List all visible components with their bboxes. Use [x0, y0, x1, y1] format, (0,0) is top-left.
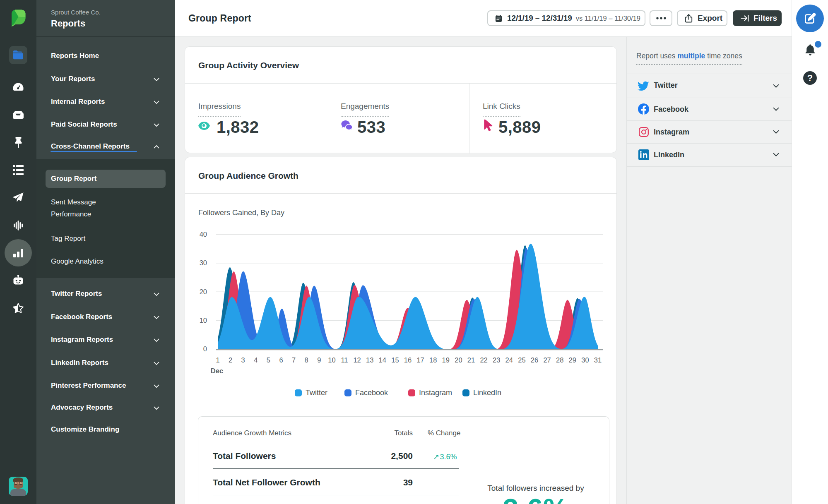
svg-text:16: 16 — [404, 356, 412, 364]
svg-text:19: 19 — [442, 356, 450, 364]
svg-text:15: 15 — [391, 356, 399, 364]
svg-text:17: 17 — [416, 356, 424, 364]
svg-text:29: 29 — [569, 356, 576, 364]
svg-text:30: 30 — [200, 259, 207, 266]
svg-text:14: 14 — [379, 356, 386, 364]
svg-text:20: 20 — [200, 288, 207, 295]
svg-text:Dec: Dec — [211, 367, 223, 374]
svg-text:3: 3 — [241, 356, 245, 364]
svg-text:5: 5 — [267, 356, 270, 364]
svg-text:10: 10 — [328, 356, 335, 364]
svg-text:25: 25 — [518, 356, 525, 364]
svg-text:26: 26 — [531, 356, 538, 364]
svg-text:27: 27 — [543, 356, 551, 364]
svg-text:30: 30 — [581, 356, 589, 364]
svg-text:2: 2 — [229, 356, 232, 364]
svg-text:24: 24 — [505, 356, 513, 364]
svg-text:8: 8 — [305, 356, 308, 364]
svg-text:1: 1 — [216, 356, 219, 364]
svg-text:10: 10 — [200, 317, 207, 324]
svg-text:6: 6 — [279, 356, 283, 364]
svg-text:40: 40 — [200, 230, 207, 238]
svg-text:31: 31 — [594, 356, 602, 364]
svg-text:13: 13 — [366, 356, 373, 364]
svg-text:12: 12 — [353, 356, 361, 364]
svg-text:0: 0 — [203, 345, 207, 353]
svg-text:7: 7 — [292, 356, 296, 364]
svg-text:21: 21 — [467, 356, 475, 364]
svg-text:18: 18 — [429, 356, 437, 364]
svg-text:11: 11 — [341, 356, 348, 364]
svg-text:4: 4 — [254, 356, 258, 364]
svg-text:22: 22 — [480, 356, 487, 364]
svg-text:20: 20 — [455, 356, 462, 364]
svg-text:28: 28 — [556, 356, 563, 364]
svg-text:23: 23 — [493, 356, 500, 364]
svg-text:9: 9 — [317, 356, 321, 364]
